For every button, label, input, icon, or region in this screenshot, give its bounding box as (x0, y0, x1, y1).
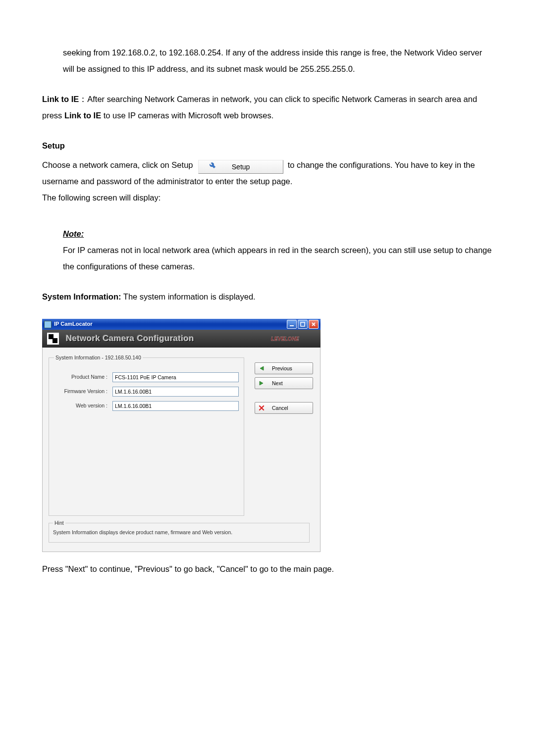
input-product-name[interactable]: FCS-1101 PoE IP Camera (112, 372, 239, 382)
window-titlebar: IP CamLocator (42, 319, 321, 330)
hint-legend: Hint (53, 520, 65, 526)
next-button[interactable]: Next (255, 377, 313, 389)
system-information-fieldset: System Information - 192.168.50.140 Prod… (49, 354, 244, 516)
label-firmware-version: Firmware Version : (54, 388, 112, 395)
cancel-label: Cancel (272, 405, 288, 411)
logo-icon (47, 333, 59, 345)
config-window: IP CamLocator Network Camera Configurati… (42, 319, 321, 552)
svg-text:LEVELONE: LEVELONE (271, 336, 300, 342)
svg-rect-1 (301, 322, 305, 326)
note-body: For IP cameras not in local network area… (42, 242, 493, 275)
minimize-button[interactable] (287, 320, 297, 329)
label-product-name: Product Name : (54, 374, 112, 380)
row-web-version: Web version : LM.1.6.16.00B1 (54, 401, 239, 411)
previous-button[interactable]: Previous (255, 362, 313, 374)
setup-button-inline[interactable]: Setup (198, 160, 283, 174)
setup-line-1: Choose a network camera, click on Setup … (42, 157, 493, 190)
setup-line-c: The following screen will display: (42, 190, 493, 206)
setup-heading: Setup (42, 138, 493, 154)
link-to-ie-sep: ： (79, 95, 87, 103)
paragraph-ip-range: seeking from 192.168.0.2, to 192.168.0.2… (42, 45, 493, 77)
label-web-version: Web version : (54, 403, 112, 409)
cancel-x-icon (258, 404, 265, 411)
setup-button-label: Setup (232, 163, 250, 171)
next-label: Next (272, 380, 283, 387)
brand-logo: LEVELONE (271, 334, 316, 344)
previous-label: Previous (272, 365, 292, 372)
sysinfo-text: The system information is displayed. (121, 292, 256, 301)
window-title: IP CamLocator (54, 321, 287, 327)
nav-buttons: Previous Next Cancel (255, 362, 313, 414)
sysinfo-label: System Information: (42, 292, 121, 301)
arrow-left-icon (258, 365, 265, 372)
maximize-button[interactable] (298, 320, 308, 329)
app-icon (44, 321, 52, 328)
setup-line-a: Choose a network camera, click on Setup (42, 160, 195, 169)
sysinfo-legend: System Information - 192.168.50.140 (54, 354, 143, 361)
link-to-ie-label: Link to IE (42, 95, 79, 103)
link-to-ie-body-b: to use IP cameras with Microsoft web bro… (101, 111, 273, 120)
hint-fieldset: Hint System Information displays device … (49, 520, 310, 543)
cancel-button[interactable]: Cancel (255, 402, 313, 414)
paragraph-link-to-ie: Link to IE：After searching Network Camer… (42, 91, 493, 124)
wrench-icon (208, 162, 216, 170)
close-icon (311, 322, 316, 327)
arrow-right-icon (258, 380, 265, 387)
svg-rect-0 (290, 325, 294, 326)
system-information-line: System Information: The system informati… (42, 289, 493, 305)
link-to-ie-bold: Link to IE (64, 111, 101, 120)
note-heading: Note: (42, 226, 493, 242)
maximize-icon (300, 322, 305, 327)
window-body: System Information - 192.168.50.140 Prod… (42, 348, 321, 552)
banner-title: Network Camera Configuration (66, 334, 194, 344)
close-button[interactable] (309, 320, 319, 329)
input-web-version[interactable]: LM.1.6.16.00B1 (112, 401, 239, 411)
row-firmware-version: Firmware Version : LM.1.6.16.00B1 (54, 387, 239, 397)
row-product-name: Product Name : FCS-1101 PoE IP Camera (54, 372, 239, 382)
hint-text: System Information displays device produ… (53, 529, 305, 536)
minimize-icon (289, 322, 294, 327)
input-firmware-version[interactable]: LM.1.6.16.00B1 (112, 387, 239, 397)
banner: Network Camera Configuration LEVELONE (42, 330, 321, 348)
footer-instruction: Press "Next" to continue, "Previous" to … (42, 561, 493, 577)
